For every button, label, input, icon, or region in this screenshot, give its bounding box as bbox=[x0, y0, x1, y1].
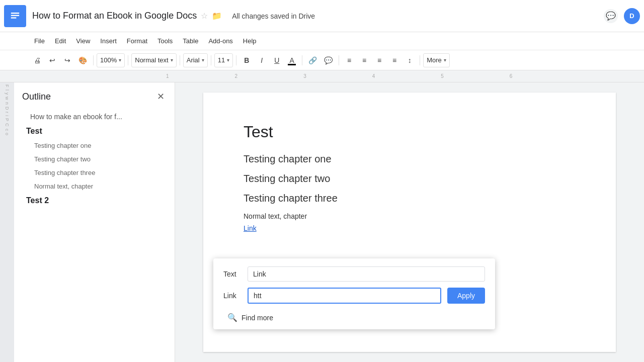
strip-riv: r bbox=[5, 112, 10, 113]
line-spacing-btn[interactable]: ↕ bbox=[403, 53, 417, 67]
toolbar: 🖨 ↩ ↪ 🎨 100% ▾ Normal text ▾ Arial ▾ 11 … bbox=[0, 50, 644, 70]
strip-co: o bbox=[5, 133, 10, 135]
ruler-mark-1: 1 bbox=[166, 73, 169, 79]
menu-bar: File Edit View Insert Format Tools Table… bbox=[0, 32, 644, 50]
doc-link-text[interactable]: Link bbox=[244, 224, 257, 232]
zoom-value: 100% bbox=[100, 56, 117, 64]
apply-button[interactable]: Apply bbox=[447, 288, 485, 304]
link-url-input[interactable] bbox=[248, 288, 441, 304]
more-btn[interactable]: More ▾ bbox=[423, 53, 450, 67]
strip-n: n bbox=[5, 102, 10, 105]
fontsize-value: 11 bbox=[218, 56, 225, 64]
underline-btn[interactable]: U bbox=[270, 53, 284, 67]
bold-btn[interactable]: B bbox=[239, 53, 254, 67]
outline-item-5[interactable]: Normal text, chapter bbox=[22, 180, 167, 192]
doc-page[interactable]: Test Testing chapter one Testing chapter… bbox=[203, 93, 616, 352]
svg-rect-1 bbox=[11, 13, 19, 14]
ruler-mark-6: 6 bbox=[510, 73, 513, 79]
doc-section-2: Testing chapter three bbox=[244, 193, 576, 204]
ruler-mark-5: 5 bbox=[441, 73, 444, 79]
fontsize-dropdown[interactable]: 11 ▾ bbox=[214, 53, 233, 67]
menu-addons[interactable]: Add-ons bbox=[204, 35, 236, 47]
more-label: More bbox=[427, 56, 442, 64]
print-btn[interactable]: 🖨 bbox=[30, 53, 44, 67]
font-arrow: ▾ bbox=[202, 57, 204, 63]
outline-item-1[interactable]: Test bbox=[22, 125, 167, 138]
title-icons: ☆ 📁 bbox=[201, 11, 222, 21]
undo-btn[interactable]: ↩ bbox=[45, 53, 59, 67]
separator-1 bbox=[93, 55, 94, 65]
separator-5 bbox=[236, 55, 236, 65]
find-more-item[interactable]: 🔍 Find more bbox=[223, 310, 485, 325]
outline-item-2[interactable]: Testing chapter one bbox=[22, 140, 167, 151]
separator-8 bbox=[420, 55, 420, 65]
outline-item-4[interactable]: Testing chapter three bbox=[22, 167, 167, 178]
zoom-arrow: ▾ bbox=[119, 57, 121, 63]
menu-edit[interactable]: Edit bbox=[51, 35, 70, 47]
menu-file[interactable]: File bbox=[30, 35, 49, 47]
left-strip: F l y w n D r i P C c o bbox=[0, 82, 14, 362]
strip-y: y bbox=[5, 93, 10, 95]
menu-insert[interactable]: Insert bbox=[96, 35, 121, 47]
more-arrow: ▾ bbox=[444, 57, 446, 63]
doc-section-0: Testing chapter one bbox=[244, 153, 576, 165]
strip-fly: F bbox=[5, 84, 10, 87]
folder-icon[interactable]: 📁 bbox=[212, 11, 222, 21]
sidebar-header: Outline ✕ bbox=[22, 90, 167, 103]
paint-format-btn[interactable]: 🎨 bbox=[75, 53, 90, 67]
separator-3 bbox=[180, 55, 180, 65]
ruler-mark-4: 4 bbox=[372, 73, 375, 79]
doc-title-heading: Test bbox=[244, 123, 576, 141]
outline-item-3[interactable]: Testing chapter two bbox=[22, 153, 167, 165]
italic-btn[interactable]: I bbox=[255, 53, 269, 67]
strip-curr: c bbox=[5, 129, 10, 131]
star-icon[interactable]: ☆ bbox=[201, 11, 208, 21]
app-icon bbox=[4, 5, 26, 27]
chat-icon[interactable]: 💬 bbox=[604, 9, 618, 23]
text-color-btn[interactable]: A bbox=[285, 53, 299, 67]
menu-table[interactable]: Table bbox=[179, 35, 202, 47]
sidebar-close-btn[interactable]: ✕ bbox=[154, 90, 167, 103]
align-left-btn[interactable]: ≡ bbox=[342, 53, 356, 67]
separator-2 bbox=[128, 55, 128, 65]
menu-format[interactable]: Format bbox=[123, 35, 151, 47]
font-dropdown[interactable]: Arial ▾ bbox=[183, 53, 208, 67]
doc-area[interactable]: Test Testing chapter one Testing chapter… bbox=[175, 82, 644, 362]
doc-title[interactable]: How to Format an Ebook in Google Docs bbox=[32, 11, 197, 21]
separator-4 bbox=[211, 55, 211, 65]
separator-7 bbox=[339, 55, 339, 65]
strip-driv: D bbox=[5, 107, 10, 110]
outline-item-0[interactable]: How to make an ebook for f... bbox=[22, 111, 167, 123]
ruler-mark-3: 3 bbox=[303, 73, 306, 79]
style-dropdown[interactable]: Normal text ▾ bbox=[131, 53, 176, 67]
link-url-row: Link Apply bbox=[223, 288, 485, 304]
fontsize-arrow: ▾ bbox=[227, 57, 229, 63]
main-area: F l y w n D r i P C c o Outline ✕ How to… bbox=[0, 82, 644, 362]
style-value: Normal text bbox=[135, 56, 168, 64]
align-right-btn[interactable]: ≡ bbox=[372, 53, 386, 67]
align-center-btn[interactable]: ≡ bbox=[357, 53, 371, 67]
strip-pc: P bbox=[5, 118, 10, 121]
outline-item-6[interactable]: Test 2 bbox=[22, 194, 167, 207]
link-text-input[interactable] bbox=[248, 266, 485, 282]
menu-tools[interactable]: Tools bbox=[153, 35, 177, 47]
svg-rect-3 bbox=[11, 17, 17, 18]
find-more-label: Find more bbox=[242, 314, 273, 322]
redo-btn[interactable]: ↪ bbox=[60, 53, 74, 67]
justify-btn[interactable]: ≡ bbox=[387, 53, 401, 67]
user-area: 💬 D bbox=[604, 8, 640, 24]
link-btn[interactable]: 🔗 bbox=[305, 53, 320, 67]
search-icon: 🔍 bbox=[227, 313, 237, 322]
user-avatar[interactable]: D bbox=[624, 8, 640, 24]
sidebar-title: Outline bbox=[22, 92, 51, 102]
doc-section-3: Normal text, chapter bbox=[244, 212, 576, 220]
menu-help[interactable]: Help bbox=[239, 35, 261, 47]
text-color-icon: A bbox=[290, 56, 294, 64]
separator-6 bbox=[302, 55, 302, 65]
ruler-mark-2: 2 bbox=[235, 73, 238, 79]
menu-view[interactable]: View bbox=[72, 35, 94, 47]
link-popup: Text Link Apply 🔍 Find more bbox=[213, 258, 495, 329]
zoom-dropdown[interactable]: 100% ▾ bbox=[97, 53, 125, 67]
strip-iv: i bbox=[5, 115, 10, 116]
comment-btn[interactable]: 💬 bbox=[321, 53, 336, 67]
